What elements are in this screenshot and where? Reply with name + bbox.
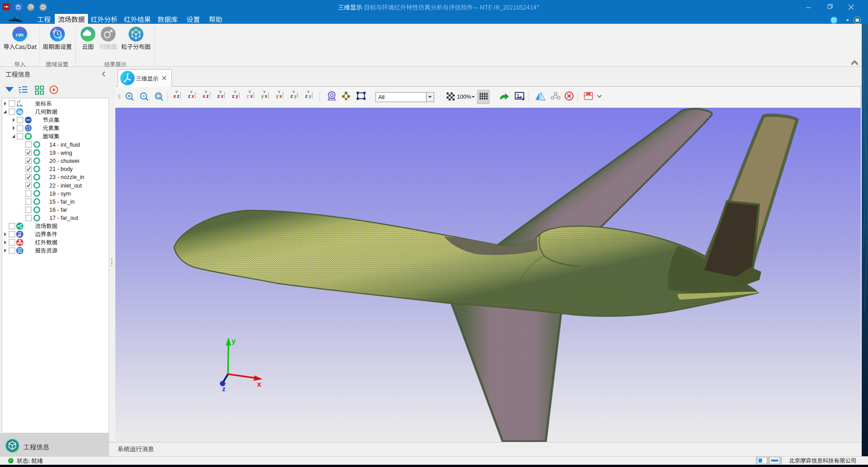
svg-text:y: y [261,94,264,99]
svg-text:z: z [290,94,293,99]
svg-text:18 - sym: 18 - sym [49,191,71,197]
svg-text:x: x [257,380,261,388]
svg-text:y: y [236,94,238,99]
svg-text:23 - nozzle_in: 23 - nozzle_in [49,174,84,180]
svg-text:Y: Y [292,90,295,94]
svg-text:z: z [222,385,226,393]
svg-text:z: z [305,94,307,99]
svg-text:Y: Y [175,90,178,94]
svg-text:Y: Y [263,90,266,94]
svg-text:x: x [280,94,282,99]
svg-text:y: y [232,337,236,345]
svg-text:x: x [174,94,176,99]
svg-text:Y: Y [307,90,310,94]
svg-text:z: z [206,94,209,99]
svg-text:y: y [276,94,279,99]
svg-text:x: x [221,94,224,99]
svg-text:20 - chuiwei: 20 - chuiwei [49,158,79,164]
svg-text:z: z [188,94,190,99]
svg-text:100%: 100% [457,94,471,100]
svg-text:z: z [177,94,180,99]
svg-text:z: z [232,94,234,99]
svg-text:14 - int_fluid: 14 - int_fluid [49,142,80,148]
svg-text:Y: Y [234,90,237,94]
svg-text:19 - wing: 19 - wing [49,150,72,156]
svg-text:x: x [203,94,206,99]
svg-text:Y: Y [219,90,222,94]
svg-text:Y: Y [205,90,207,94]
svg-text:x: x [20,104,22,107]
svg-text:y: y [309,94,311,99]
svg-text:Y: Y [249,90,251,94]
svg-text:Y: Y [278,90,281,94]
svg-text:x: x [265,94,267,99]
svg-text:z: z [217,94,219,99]
svg-text:21 - body: 21 - body [49,166,73,172]
svg-text:x: x [192,94,194,99]
svg-text:17 - far_out: 17 - far_out [49,215,78,221]
svg-text:Y: Y [190,90,193,94]
svg-text:x: x [250,94,253,99]
svg-text:22 - inlet_out: 22 - inlet_out [49,183,82,189]
svg-text:y: y [294,94,297,99]
svg-text:15 - far_in: 15 - far_in [49,199,75,205]
svg-text:z: z [247,94,249,99]
svg-text:All: All [378,94,385,100]
svg-text:16 - far: 16 - far [49,207,67,213]
svg-text:Y: Y [18,100,21,103]
